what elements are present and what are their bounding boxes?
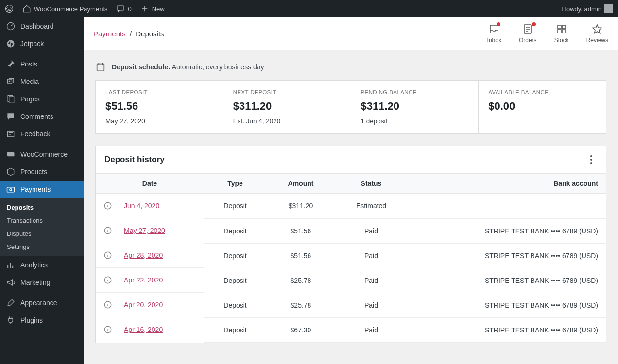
deposit-bank: STRIPE TEST BANK •••• 6789 (USD) — [408, 243, 606, 268]
notification-dot — [497, 22, 500, 26]
sidebar-item-dashboard[interactable]: Dashboard — [0, 17, 84, 35]
sidebar-item-posts[interactable]: Posts — [0, 55, 84, 73]
activity-label: Reviews — [586, 37, 608, 44]
main-content: Payments / Deposits Inbox Orders Stock — [84, 17, 618, 364]
activity-reviews[interactable]: Reviews — [586, 23, 608, 44]
activity-inbox[interactable]: Inbox — [487, 23, 501, 44]
breadcrumb-root[interactable]: Payments — [93, 30, 126, 38]
table-row[interactable]: Apr 20, 2020 Deposit $25.78 Paid STRIPE … — [96, 293, 606, 317]
stat-title: LAST DEPOSIT — [105, 89, 213, 95]
deposit-type: Deposit — [204, 194, 267, 219]
dashboard-icon — [6, 21, 16, 31]
deposit-date-link[interactable]: Apr 16, 2020 — [124, 326, 163, 333]
deposit-date-link[interactable]: Jun 4, 2020 — [124, 202, 159, 210]
sidebar-item-label: Jetpack — [20, 40, 44, 48]
submenu-transactions[interactable]: Transactions — [0, 214, 84, 227]
deposit-date-link[interactable]: Apr 22, 2020 — [124, 276, 163, 284]
stat-pending-balance: PENDING BALANCE $311.20 1 deposit — [351, 81, 479, 133]
sidebar-item-payments[interactable]: Payments — [0, 181, 84, 198]
table-row[interactable]: Apr 28, 2020 Deposit $51.56 Paid STRIPE … — [96, 243, 606, 268]
col-date[interactable]: Date — [96, 174, 204, 194]
breadcrumb-current: Deposits — [136, 30, 164, 38]
activity-orders[interactable]: Orders — [519, 23, 537, 44]
deposit-type: Deposit — [204, 243, 267, 268]
info-icon — [103, 325, 112, 334]
sidebar-item-label: Posts — [20, 60, 37, 68]
sidebar-item-feedback[interactable]: Feedback — [0, 125, 84, 143]
deposit-schedule: Deposit schedule: Automatic, every busin… — [95, 62, 606, 72]
site-home[interactable]: WooCommerce Payments — [22, 4, 107, 13]
svg-rect-6 — [7, 131, 14, 137]
plus-icon — [140, 4, 149, 13]
col-status[interactable]: Status — [335, 174, 408, 194]
sidebar-item-media[interactable]: Media — [0, 73, 84, 90]
sidebar-item-products[interactable]: Products — [0, 163, 84, 181]
notification-dot — [532, 22, 536, 26]
products-icon — [6, 167, 16, 177]
sidebar-item-pages[interactable]: Pages — [0, 90, 84, 108]
deposit-status: Paid — [335, 293, 408, 317]
deposit-amount: $25.78 — [267, 293, 335, 317]
home-icon — [22, 4, 31, 13]
deposit-status: Paid — [335, 218, 408, 243]
svg-rect-7 — [7, 152, 15, 156]
table-options-button[interactable] — [585, 154, 597, 165]
svg-point-18 — [590, 159, 592, 161]
sidebar-item-comments[interactable]: Comments — [0, 108, 84, 125]
deposit-type: Deposit — [204, 317, 267, 342]
plugin-icon — [6, 315, 16, 325]
table-row[interactable]: Apr 22, 2020 Deposit $25.78 Paid STRIPE … — [96, 268, 606, 293]
comments-icon — [6, 112, 16, 121]
activity-stock[interactable]: Stock — [554, 23, 569, 44]
admin-bar: WooCommerce Payments 0 New Howdy, admin — [0, 0, 618, 17]
payments-icon — [6, 184, 16, 194]
sidebar-item-marketing[interactable]: Marketing — [0, 274, 84, 291]
svg-rect-8 — [7, 187, 15, 192]
sidebar-item-appearance[interactable]: Appearance — [0, 294, 84, 312]
table-row[interactable]: Apr 16, 2020 Deposit $67.30 Paid STRIPE … — [96, 317, 606, 342]
svg-rect-15 — [562, 30, 566, 33]
deposit-date-link[interactable]: Apr 28, 2020 — [124, 251, 163, 259]
sidebar-item-plugins[interactable]: Plugins — [0, 312, 84, 329]
deposit-type: Deposit — [204, 218, 267, 243]
comment-icon — [116, 4, 125, 13]
table-row[interactable]: Jun 4, 2020 Deposit $311.20 Estimated — [96, 194, 606, 219]
admin-sidebar: Dashboard Jetpack Posts Media Pages Comm… — [0, 17, 84, 364]
svg-rect-16 — [97, 64, 104, 71]
submenu-disputes[interactable]: Disputes — [0, 227, 84, 240]
new-content[interactable]: New — [140, 4, 165, 13]
stock-icon — [556, 23, 567, 35]
sidebar-item-label: Comments — [20, 113, 53, 120]
sidebar-item-jetpack[interactable]: Jetpack — [0, 35, 84, 52]
activity-label: Inbox — [487, 37, 501, 44]
svg-point-19 — [590, 162, 592, 164]
deposit-status: Paid — [335, 243, 408, 268]
info-icon — [103, 300, 112, 309]
deposit-date-link[interactable]: May 27, 2020 — [124, 227, 165, 234]
submenu-deposits[interactable]: Deposits — [0, 201, 84, 214]
new-label: New — [152, 5, 165, 13]
comments-link[interactable]: 0 — [116, 4, 131, 13]
submenu-settings[interactable]: Settings — [0, 240, 84, 253]
stat-value: $0.00 — [488, 100, 596, 113]
col-amount[interactable]: Amount — [267, 174, 335, 194]
site-title: WooCommerce Payments — [34, 5, 107, 13]
info-icon — [103, 201, 112, 210]
col-type[interactable]: Type — [204, 174, 267, 194]
table-row[interactable]: May 27, 2020 Deposit $51.56 Paid STRIPE … — [96, 218, 606, 243]
sidebar-item-woocommerce[interactable]: WooCommerce — [0, 146, 84, 163]
feedback-icon — [6, 129, 16, 139]
col-bank[interactable]: Bank account — [408, 174, 606, 194]
deposit-type: Deposit — [204, 293, 267, 317]
wp-logo[interactable] — [5, 4, 14, 13]
my-account[interactable]: Howdy, admin — [562, 4, 613, 13]
stats-grid: LAST DEPOSIT $51.56 May 27, 2020 NEXT DE… — [95, 80, 606, 134]
pages-icon — [6, 94, 16, 104]
deposit-date-link[interactable]: Apr 20, 2020 — [124, 301, 163, 309]
stat-next-deposit: NEXT DEPOSIT $311.20 Est. Jun 4, 2020 — [223, 81, 351, 133]
sidebar-item-analytics[interactable]: Analytics — [0, 256, 84, 274]
stat-available-balance: AVAILABLE BALANCE $0.00 — [479, 81, 606, 133]
deposit-type: Deposit — [204, 268, 267, 293]
sidebar-item-label: Dashboard — [20, 22, 54, 30]
deposit-history-panel: Deposit history Date Type Amount Status … — [95, 146, 606, 343]
